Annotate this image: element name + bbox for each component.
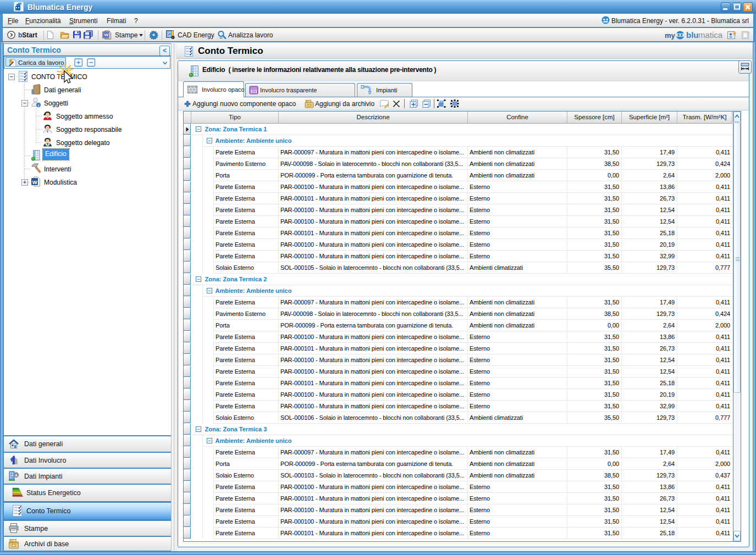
svg-text:i: i (38, 103, 39, 108)
svg-text:W: W (104, 32, 108, 37)
svg-text:W: W (32, 179, 37, 185)
